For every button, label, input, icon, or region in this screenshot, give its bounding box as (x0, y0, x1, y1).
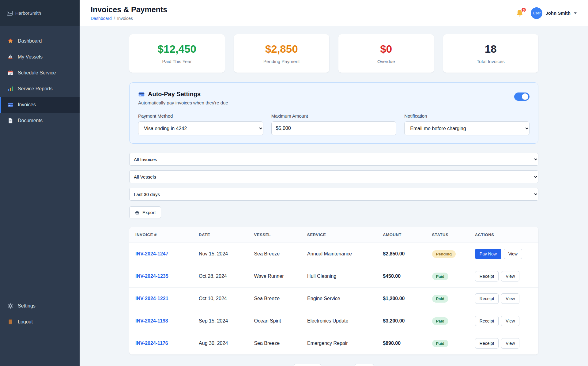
next-button[interactable]: Next (355, 364, 374, 366)
sidebar-item-label: Documents (18, 118, 43, 123)
logo-text: HarborSmith (15, 10, 41, 16)
table-row: INV-2024-1221 Oct 10, 2024 Sea Breeze En… (129, 288, 538, 310)
sidebar-item-label: Schedule Service (18, 70, 56, 76)
date-range-filter-select[interactable]: Last 30 days (129, 188, 538, 201)
breadcrumb-separator: / (114, 16, 115, 21)
chevron-down-icon (574, 12, 577, 14)
invoices-table: INVOICE # DATE VESSEL SERVICE AMOUNT (129, 227, 538, 355)
notification-select[interactable]: Email me before charging (404, 121, 530, 135)
filters-section: All Invoices All Vessels Last 30 days Ex… (129, 153, 538, 218)
sailboat-icon (7, 54, 13, 60)
receipt-button[interactable]: Receipt (475, 271, 499, 281)
main: $12,450 Paid This Year $2,850 Pending Pa… (80, 26, 588, 366)
breadcrumb-dashboard-link[interactable]: Dashboard (91, 16, 112, 21)
stat-label: Overdue (343, 59, 429, 64)
export-button-label: Export (142, 210, 156, 215)
logo: HarborSmith (0, 0, 80, 26)
sidebar-item-label: Dashboard (18, 38, 42, 44)
stat-paid-this-year: $12,450 Paid This Year (129, 34, 225, 73)
invoice-date: Oct 28, 2024 (193, 265, 248, 288)
invoice-actions: ReceiptView (475, 293, 532, 304)
view-button[interactable]: View (501, 338, 519, 349)
invoice-vessel: Sea Breeze (248, 288, 301, 310)
invoice-service: Emergency Repair (301, 332, 377, 355)
receipt-button[interactable]: Receipt (475, 316, 499, 326)
invoice-status-filter-select[interactable]: All Invoices (129, 153, 538, 166)
view-button[interactable]: View (501, 316, 519, 326)
max-amount-input[interactable] (271, 121, 397, 135)
user-name: John Smith (545, 10, 571, 16)
stat-label: Paid This Year (134, 59, 220, 64)
column-header: STATUS (426, 227, 469, 243)
invoice-link[interactable]: INV-2024-1176 (135, 341, 168, 346)
invoice-date: Sep 15, 2024 (193, 310, 248, 332)
notifications-button[interactable]: 3 (515, 9, 524, 17)
view-button[interactable]: View (504, 249, 522, 259)
stat-value: 18 (448, 43, 534, 55)
breadcrumb-current: Invoices (117, 16, 133, 21)
invoice-date: Oct 10, 2024 (193, 288, 248, 310)
previous-button[interactable]: Previous (294, 364, 321, 366)
invoice-service: Electronics Update (301, 310, 377, 332)
user-menu[interactable]: User John Smith (531, 7, 577, 19)
sidebar-item-my-vessels[interactable]: My Vessels (0, 49, 80, 65)
printer-icon (135, 210, 140, 215)
invoice-actions: ReceiptView (475, 271, 532, 281)
invoice-link[interactable]: INV-2024-1221 (135, 296, 168, 301)
invoice-vessel: Ocean Spirit (248, 310, 301, 332)
invoice-amount: $450.00 (377, 265, 426, 288)
status-badge: Paid (432, 340, 448, 347)
app: HarborSmith Dashboard My Vessels Schedul… (0, 0, 588, 366)
autopay-toggle[interactable] (514, 92, 530, 101)
stat-overdue: $0 Overdue (338, 34, 434, 73)
house-icon (7, 38, 13, 44)
invoice-link[interactable]: INV-2024-1247 (135, 251, 168, 256)
column-header: SERVICE (301, 227, 377, 243)
sidebar-item-label: Settings (18, 303, 36, 309)
sidebar-item-documents[interactable]: Documents (0, 113, 80, 129)
invoice-link[interactable]: INV-2024-1198 (135, 318, 168, 323)
view-button[interactable]: View (501, 293, 519, 304)
notification-label: Notification (404, 113, 530, 119)
sidebar-item-label: Service Reports (18, 86, 53, 92)
credit-card-icon (138, 91, 145, 98)
stat-label: Pending Payment (239, 59, 325, 64)
sidebar-item-logout[interactable]: Logout (0, 314, 80, 330)
view-button[interactable]: View (501, 271, 519, 281)
stat-pending-payment: $2,850 Pending Payment (234, 34, 330, 73)
table-row: INV-2024-1198 Sep 15, 2024 Ocean Spirit … (129, 310, 538, 332)
invoice-link[interactable]: INV-2024-1235 (135, 274, 168, 279)
invoice-actions: Pay NowView (475, 249, 532, 259)
invoice-actions: ReceiptView (475, 316, 532, 326)
stats-row: $12,450 Paid This Year $2,850 Pending Pa… (129, 34, 538, 73)
export-button[interactable]: Export (129, 206, 161, 218)
invoice-service: Annual Maintenance (301, 243, 377, 265)
max-amount-label: Maximum Amount (271, 113, 397, 119)
invoice-amount: $1,200.00 (377, 288, 426, 310)
column-header: INVOICE # (129, 227, 193, 243)
table-row: INV-2024-1176 Aug 30, 2024 Sea Breeze Em… (129, 332, 538, 355)
receipt-button[interactable]: Receipt (475, 293, 499, 304)
sidebar-item-schedule-service[interactable]: Schedule Service (0, 65, 80, 81)
column-header: DATE (193, 227, 248, 243)
door-icon (7, 319, 13, 325)
vessel-filter-select[interactable]: All Vessels (129, 170, 538, 183)
receipt-button[interactable]: Receipt (475, 338, 499, 349)
sidebar-item-service-reports[interactable]: Service Reports (0, 81, 80, 97)
invoice-date: Aug 30, 2024 (193, 332, 248, 355)
payment-method-select[interactable]: Visa ending in 4242 (138, 121, 263, 135)
sidebar-item-dashboard[interactable]: Dashboard (0, 33, 80, 49)
invoice-service: Hull Cleaning (301, 265, 377, 288)
broken-image-icon (7, 10, 13, 16)
page-title: Invoices & Payments (91, 5, 167, 14)
calendar-icon (7, 70, 13, 76)
sidebar-item-invoices[interactable]: Invoices (0, 97, 80, 113)
autopay-settings-card: Auto-Pay Settings Automatically pay invo… (129, 82, 538, 144)
pagination: Previous Page 1 of 4 Next (129, 364, 538, 366)
sidebar-item-settings[interactable]: Settings (0, 298, 80, 314)
pay-now-button[interactable]: Pay Now (475, 249, 501, 259)
notification-badge: 3 (521, 7, 526, 13)
invoices-table-card: INVOICE # DATE VESSEL SERVICE AMOUNT (129, 227, 538, 355)
sidebar-footer-nav: Settings Logout (0, 291, 80, 366)
sidebar-nav: Dashboard My Vessels Schedule Service Se… (0, 26, 80, 129)
